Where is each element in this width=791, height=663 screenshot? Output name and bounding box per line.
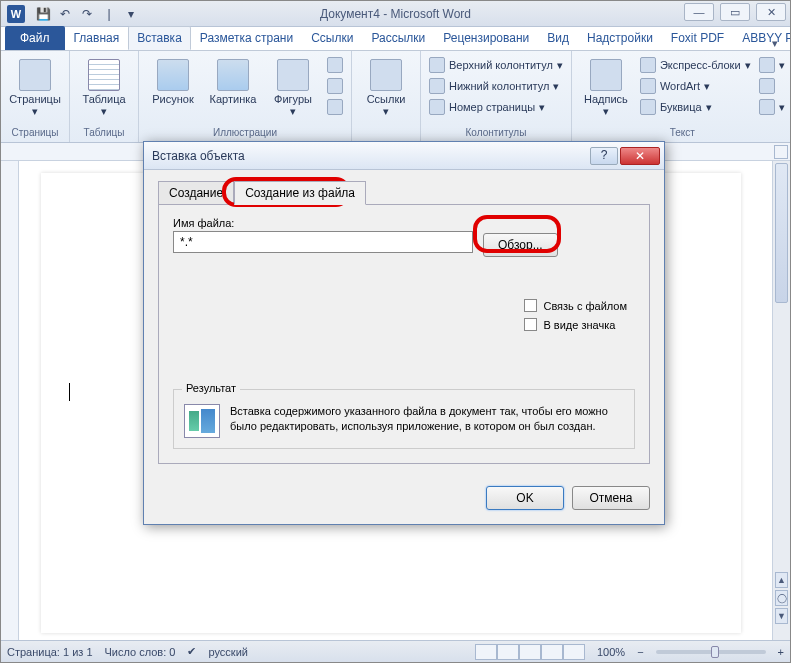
cancel-button[interactable]: Отмена bbox=[572, 486, 650, 510]
ribbon: Страницы▾ Страницы Таблица▾ Таблицы Рису… bbox=[1, 51, 790, 143]
view-print-layout[interactable] bbox=[475, 644, 497, 660]
qat-divider: | bbox=[99, 4, 119, 24]
scroll-browse-icon[interactable]: ◯ bbox=[775, 590, 788, 606]
ok-button[interactable]: OK bbox=[486, 486, 564, 510]
status-proofing-icon[interactable]: ✔ bbox=[187, 645, 196, 658]
group-label-pages: Страницы bbox=[7, 127, 63, 140]
window-controls: — ▭ ✕ bbox=[684, 3, 786, 21]
zoom-in-button[interactable]: + bbox=[778, 646, 784, 658]
tab-view[interactable]: Вид bbox=[538, 26, 578, 50]
ruler-toggle-icon[interactable] bbox=[774, 145, 788, 159]
close-button[interactable]: ✕ bbox=[756, 3, 786, 21]
view-fullscreen[interactable] bbox=[497, 644, 519, 660]
scroll-next-icon[interactable]: ▼ bbox=[775, 608, 788, 624]
window-title: Документ4 - Microsoft Word bbox=[320, 7, 471, 21]
display-as-icon-checkbox[interactable]: В виде значка bbox=[524, 318, 627, 331]
picture-button[interactable]: Рисунок bbox=[145, 55, 201, 127]
ribbon-group-headers: Верхний колонтитул ▾ Нижний колонтитул ▾… bbox=[421, 51, 572, 142]
zoom-out-button[interactable]: − bbox=[637, 646, 643, 658]
wordart-button[interactable]: WordArt ▾ bbox=[638, 76, 753, 96]
dialog-title: Вставка объекта bbox=[152, 149, 590, 163]
redo-icon[interactable]: ↷ bbox=[77, 4, 97, 24]
status-language[interactable]: русский bbox=[208, 646, 247, 658]
scroll-prev-icon[interactable]: ▲ bbox=[775, 572, 788, 588]
vertical-scrollbar[interactable]: ▲ ◯ ▼ bbox=[772, 161, 790, 640]
tab-foxit[interactable]: Foxit PDF bbox=[662, 26, 733, 50]
status-page[interactable]: Страница: 1 из 1 bbox=[7, 646, 93, 658]
ribbon-minimize-icon[interactable]: ▾ bbox=[772, 37, 778, 50]
filename-input[interactable] bbox=[173, 231, 473, 253]
textbox-button[interactable]: Надпись▾ bbox=[578, 55, 634, 127]
pages-button[interactable]: Страницы▾ bbox=[7, 55, 63, 127]
tab-references[interactable]: Ссылки bbox=[302, 26, 362, 50]
smartart-button[interactable] bbox=[325, 55, 345, 75]
window-titlebar: W 💾 ↶ ↷ | ▾ Документ4 - Microsoft Word —… bbox=[1, 1, 790, 27]
links-label: Ссылки bbox=[367, 93, 406, 105]
dialog-titlebar[interactable]: Вставка объекта ? ✕ bbox=[144, 142, 664, 170]
group-label-tables: Таблицы bbox=[76, 127, 132, 140]
quickparts-button[interactable]: Экспресс-блоки ▾ bbox=[638, 55, 753, 75]
result-legend: Результат bbox=[182, 382, 240, 394]
shapes-label: Фигуры bbox=[274, 93, 312, 105]
tab-addins[interactable]: Надстройки bbox=[578, 26, 662, 50]
save-icon[interactable]: 💾 bbox=[33, 4, 53, 24]
clipart-button[interactable]: Картинка bbox=[205, 55, 261, 127]
ribbon-group-tables: Таблица▾ Таблицы bbox=[70, 51, 139, 142]
browse-button[interactable]: Обзор... bbox=[483, 233, 558, 257]
dialog-close-button[interactable]: ✕ bbox=[620, 147, 660, 165]
status-words[interactable]: Число слов: 0 bbox=[105, 646, 176, 658]
table-label: Таблица bbox=[82, 93, 125, 105]
table-button[interactable]: Таблица▾ bbox=[76, 55, 132, 127]
dropcap-button[interactable]: Буквица ▾ bbox=[638, 97, 753, 117]
picture-label: Рисунок bbox=[152, 93, 194, 105]
pages-label: Страницы bbox=[9, 93, 61, 105]
ribbon-group-links: Ссылки▾ bbox=[352, 51, 421, 142]
tab-mailings[interactable]: Рассылки bbox=[362, 26, 434, 50]
vertical-ruler[interactable] bbox=[1, 161, 19, 640]
datetime-button[interactable] bbox=[757, 76, 787, 96]
tab-create-from-file[interactable]: Создание из файла bbox=[234, 181, 366, 205]
qat-more-icon[interactable]: ▾ bbox=[121, 4, 141, 24]
ribbon-group-illustrations: Рисунок Картинка Фигуры▾ Иллюстрации bbox=[139, 51, 352, 142]
group-label-headers: Колонтитулы bbox=[427, 127, 565, 140]
dialog-help-button[interactable]: ? bbox=[590, 147, 618, 165]
minimize-button[interactable]: — bbox=[684, 3, 714, 21]
signature-button[interactable]: ▾ bbox=[757, 55, 787, 75]
view-draft[interactable] bbox=[563, 644, 585, 660]
ribbon-tabs: Файл Главная Вставка Разметка страни Ссы… bbox=[1, 27, 790, 51]
tab-abbyy[interactable]: ABBYY PDF Trans bbox=[733, 26, 791, 50]
insert-object-dialog: Вставка объекта ? ✕ Создание Создание из… bbox=[143, 141, 665, 525]
statusbar: Страница: 1 из 1 Число слов: 0 ✔ русский… bbox=[1, 640, 790, 662]
view-outline[interactable] bbox=[541, 644, 563, 660]
dialog-buttons: OK Отмена bbox=[144, 476, 664, 524]
screenshot-button[interactable] bbox=[325, 97, 345, 117]
result-description: Вставка содержимого указанного файла в д… bbox=[230, 404, 624, 434]
tab-review[interactable]: Рецензировани bbox=[434, 26, 538, 50]
maximize-button[interactable]: ▭ bbox=[720, 3, 750, 21]
shapes-button[interactable]: Фигуры▾ bbox=[265, 55, 321, 127]
group-label-links bbox=[358, 138, 414, 140]
ribbon-group-text: Надпись▾ Экспресс-блоки ▾ WordArt ▾ Букв… bbox=[572, 51, 791, 142]
tab-home[interactable]: Главная bbox=[65, 26, 129, 50]
header-button[interactable]: Верхний колонтитул ▾ bbox=[427, 55, 565, 75]
filename-label: Имя файла: bbox=[173, 217, 635, 229]
tab-insert[interactable]: Вставка bbox=[128, 26, 191, 50]
tab-create-new[interactable]: Создание bbox=[158, 181, 234, 205]
zoom-percent[interactable]: 100% bbox=[597, 646, 625, 658]
object-button[interactable]: ▾ bbox=[757, 97, 787, 117]
pagenum-button[interactable]: Номер страницы ▾ bbox=[427, 97, 565, 117]
dialog-tabs: Создание Создание из файла bbox=[158, 180, 650, 204]
textbox-label: Надпись bbox=[584, 93, 628, 105]
scrollbar-thumb[interactable] bbox=[775, 163, 788, 303]
tab-layout[interactable]: Разметка страни bbox=[191, 26, 302, 50]
zoom-slider[interactable] bbox=[656, 650, 766, 654]
view-buttons bbox=[475, 644, 585, 660]
view-web[interactable] bbox=[519, 644, 541, 660]
zoom-slider-thumb[interactable] bbox=[711, 646, 719, 658]
undo-icon[interactable]: ↶ bbox=[55, 4, 75, 24]
links-button[interactable]: Ссылки▾ bbox=[358, 55, 414, 138]
chart-button[interactable] bbox=[325, 76, 345, 96]
link-to-file-checkbox[interactable]: Связь с файлом bbox=[524, 299, 627, 312]
tab-file[interactable]: Файл bbox=[5, 26, 65, 50]
footer-button[interactable]: Нижний колонтитул ▾ bbox=[427, 76, 565, 96]
